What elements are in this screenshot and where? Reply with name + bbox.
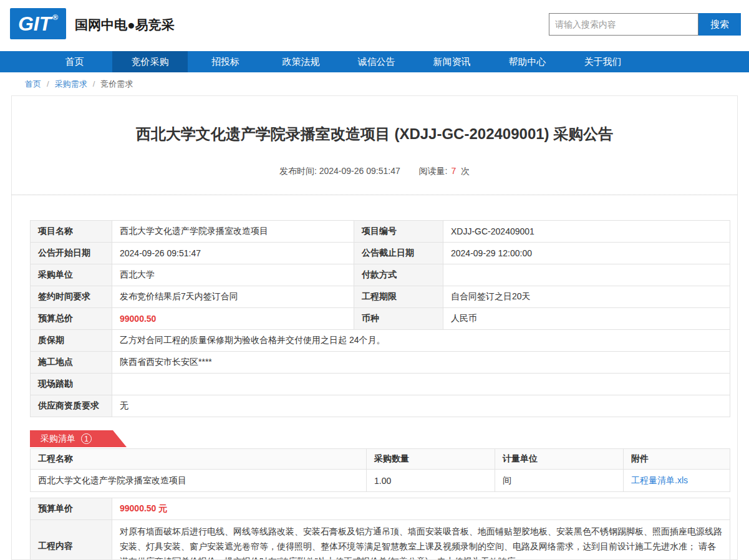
site-header: GIT® 国网中电●易竞采 搜索 [0,0,749,51]
detail-label: 采购单位 [31,264,112,286]
column-header: 工程名称 [31,449,367,470]
breadcrumb-separator: / [93,79,95,89]
budget-table: 预算单价 99000.50 元 工程内容 对原有墙面破坏后进行电线、网线等线路改… [30,498,730,560]
detail-label: 项目编号 [354,221,443,243]
detail-label: 公告开始日期 [31,243,112,264]
table-row: 西北大学文化遗产学院录播室改造项目 1.00 间 工程量清单.xls [31,470,730,492]
announcement-card: 西北大学文化遗产学院录播室改造项目 (XDJJ-GC-202409001) 采购… [11,95,738,560]
detail-label: 质保期 [31,330,112,352]
detail-label: 预算单价 [31,498,112,520]
nav-item-bidding-purchase[interactable]: 竞价采购 [112,51,188,72]
detail-label: 现场踏勘 [31,374,112,395]
breadcrumb-purchase-demand[interactable]: 采购需求 [55,79,87,90]
table-row: 签约时间要求 发布竞价结果后7天内签订合同 工程期限 自合同签订之日20天 [31,286,730,308]
view-count: 阅读量: 7 次 [419,166,470,177]
search-bar: 搜索 [549,13,741,36]
quantity-cell: 1.00 [367,470,495,492]
purchase-list-tag-label: 采购清单 [41,433,75,445]
brand-title: 国网中电●易竞采 [75,16,175,34]
article-meta: 发布时间: 2024-09-26 09:51:47 阅读量: 7 次 [12,166,737,177]
table-row: 质保期 乙方对合同工程的质量保修期为验收合格并交付使用之日起 24个月。 [31,330,730,352]
table-row: 供应商资质要求 无 [31,395,730,417]
publish-time: 发布时间: 2024-09-26 09:51:47 [279,166,400,177]
unit-price-value: 99000.50 元 [112,498,730,520]
detail-label: 施工地点 [31,352,112,374]
nav-item-home[interactable]: 首页 [37,51,112,72]
detail-value [443,264,730,286]
view-count-value: 7 [451,166,456,176]
detail-value: 西北大学 [112,264,354,286]
site-logo[interactable]: GIT® [10,8,66,39]
project-content-text: 对原有墙面破坏后进行电线、网线等线路改装、安装石膏板及铝方通吊顶、墙面安装吸音板… [112,520,730,560]
breadcrumb-current: 竞价需求 [100,79,133,90]
detail-value: 西北大学文化遗产学院录播室改造项目 [112,221,354,243]
table-row: 项目名称 西北大学文化遗产学院录播室改造项目 项目编号 XDJJ-GC-2024… [31,221,730,243]
nav-item-policies[interactable]: 政策法规 [263,51,339,72]
column-header: 采购数量 [367,449,495,470]
table-row: 现场踏勘 [31,374,730,395]
registered-trademark-icon: ® [52,13,58,22]
detail-value: 人民币 [443,308,730,330]
table-row: 预算单价 99000.50 元 [31,498,730,520]
table-header-row: 工程名称 采购数量 计量单位 附件 [31,449,730,470]
detail-label: 付款方式 [354,264,443,286]
table-row: 采购单位 西北大学 付款方式 [31,264,730,286]
project-details-table: 项目名称 西北大学文化遗产学院录播室改造项目 项目编号 XDJJ-GC-2024… [30,220,730,417]
detail-value: 2024-09-26 09:51:47 [112,243,354,264]
search-button[interactable]: 搜索 [698,13,741,36]
detail-label: 公告截止日期 [354,243,443,264]
table-row: 工程内容 对原有墙面破坏后进行电线、网线等线路改装、安装石膏板及铝方通吊顶、墙面… [31,520,730,560]
detail-value: 乙方对合同工程的质量保修期为验收合格并交付使用之日起 24个月。 [112,330,730,352]
breadcrumb-home[interactable]: 首页 [25,79,41,90]
project-name-cell: 西北大学文化遗产学院录播室改造项目 [31,470,367,492]
table-row: 公告开始日期 2024-09-26 09:51:47 公告截止日期 2024-0… [31,243,730,264]
detail-label: 签约时间要求 [31,286,112,308]
detail-value: 陕西省西安市长安区**** [112,352,730,374]
purchase-list-count-badge: 1 [81,433,92,444]
search-input[interactable] [549,13,698,36]
purchase-list-table: 工程名称 采购数量 计量单位 附件 西北大学文化遗产学院录播室改造项目 1.00… [30,448,730,492]
detail-label: 项目名称 [31,221,112,243]
main-nav: 首页 竞价采购 招投标 政策法规 诚信公告 新闻资讯 帮助中心 关于我们 [0,51,749,72]
detail-label: 预算总价 [31,308,112,330]
detail-value: 无 [112,395,730,417]
purchase-list-tag: 采购清单 1 [30,430,127,447]
logo-text: GIT [18,12,51,36]
detail-label: 币种 [354,308,443,330]
detail-value: 发布竞价结果后7天内签订合同 [112,286,354,308]
nav-item-news[interactable]: 新闻资讯 [414,51,490,72]
page-title: 西北大学文化遗产学院录播室改造项目 (XDJJ-GC-202409001) 采购… [12,124,737,144]
detail-label: 工程期限 [354,286,443,308]
detail-value: 2024-09-29 12:00:00 [443,243,730,264]
detail-value: XDJJ-GC-202409001 [443,221,730,243]
attachment-cell: 工程量清单.xls [624,470,730,492]
detail-label: 供应商资质要求 [31,395,112,417]
breadcrumb: 首页 / 采购需求 / 竞价需求 [0,72,749,95]
breadcrumb-separator: / [47,79,49,89]
table-row: 预算总价 99000.50 币种 人民币 [31,308,730,330]
detail-value: 自合同签订之日20天 [443,286,730,308]
detail-value [112,374,730,395]
column-header: 附件 [624,449,730,470]
table-row: 施工地点 陕西省西安市长安区**** [31,352,730,374]
attachment-link[interactable]: 工程量清单.xls [631,475,688,485]
unit-cell: 间 [495,470,624,492]
nav-item-about-us[interactable]: 关于我们 [565,51,640,72]
nav-item-tenders[interactable]: 招投标 [188,51,263,72]
budget-total-value: 99000.50 [112,308,354,330]
detail-label: 工程内容 [31,520,112,560]
column-header: 计量单位 [495,449,624,470]
divider [12,195,737,195]
nav-item-integrity-notices[interactable]: 诚信公告 [339,51,414,72]
nav-item-help-center[interactable]: 帮助中心 [490,51,565,72]
